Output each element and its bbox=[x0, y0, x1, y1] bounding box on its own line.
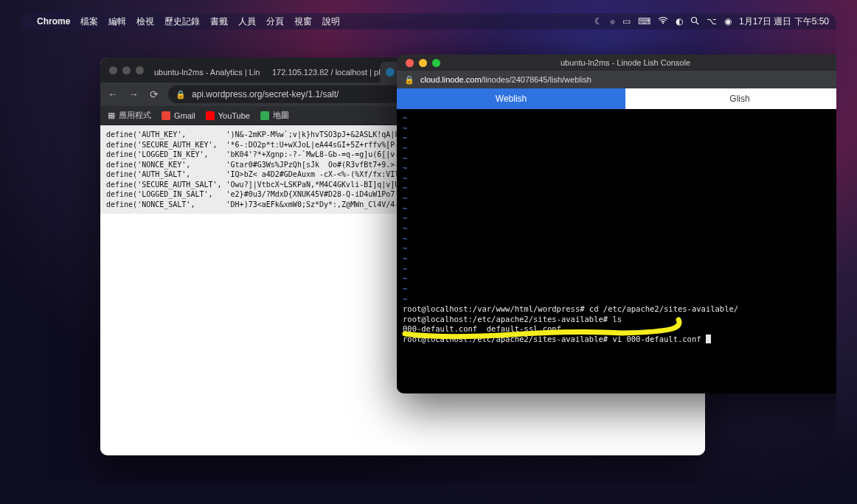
bookmark-gmail[interactable]: Gmail bbox=[162, 111, 195, 120]
favicon-icon bbox=[386, 68, 395, 77]
lock-icon: 🔒 bbox=[404, 75, 414, 85]
lish-window: ubuntu-ln2ms - Linode Lish Console 🔒 clo… bbox=[397, 55, 836, 393]
tab-label: ubuntu-ln2ms - Analytics | Lin bbox=[154, 68, 260, 77]
moon-icon[interactable]: ☾ bbox=[594, 16, 603, 27]
svg-point-1 bbox=[691, 17, 696, 22]
flag-icon[interactable]: ▭ bbox=[622, 16, 631, 27]
wifi-icon[interactable] bbox=[658, 16, 668, 27]
url-text: api.wordpress.org/secret-key/1.1/salt/ bbox=[192, 89, 339, 99]
minimize-icon[interactable] bbox=[419, 59, 427, 67]
user-icon[interactable]: ◐ bbox=[676, 16, 683, 27]
menu-edit[interactable]: 編輯 bbox=[108, 15, 126, 28]
maps-icon bbox=[260, 111, 269, 120]
control-center-icon[interactable]: ⌥ bbox=[707, 16, 717, 27]
reload-button[interactable]: ⟳ bbox=[148, 88, 161, 100]
apps-label: 應用程式 bbox=[119, 110, 151, 121]
macos-menubar: Chrome 檔案 編輯 檢視 歷史記錄 書籤 人員 分頁 視窗 說明 ☾ ⟐ … bbox=[21, 13, 836, 29]
tab-phpmyadmin[interactable]: 172.105.123.82 / localhost | ph × bbox=[262, 62, 380, 83]
svg-point-0 bbox=[662, 23, 664, 24]
terminal[interactable]: ~ ~ ~ ~ ~ ~ ~ ~ ~ ~ ~ ~ ~ ~ ~ ~ ~ ~ ~ ro… bbox=[397, 109, 836, 393]
svg-line-2 bbox=[696, 22, 698, 24]
tab-analytics[interactable]: ubuntu-ln2ms - Analytics | Lin × bbox=[144, 62, 262, 83]
lish-tabs: Weblish Glish bbox=[397, 88, 836, 109]
menu-window[interactable]: 視窗 bbox=[294, 15, 312, 28]
menubar-app-name[interactable]: Chrome bbox=[37, 16, 70, 27]
bookmark-maps[interactable]: 地圖 bbox=[260, 110, 289, 121]
menu-people[interactable]: 人員 bbox=[238, 15, 256, 28]
tab-glish[interactable]: Glish bbox=[625, 88, 836, 109]
dropbox-icon[interactable]: ⟐ bbox=[610, 16, 615, 27]
bookmark-label: YouTube bbox=[218, 111, 250, 120]
tab-label: Weblish bbox=[496, 94, 527, 104]
back-button[interactable]: ← bbox=[106, 88, 119, 100]
menu-history[interactable]: 歷史記錄 bbox=[164, 15, 200, 28]
menu-bookmarks[interactable]: 書籤 bbox=[210, 15, 228, 28]
apps-button[interactable]: ▦ 應用程式 bbox=[108, 110, 151, 121]
lish-url-text[interactable]: cloud.linode.com/linodes/24078645/lish/w… bbox=[420, 75, 591, 84]
tab-label: 172.105.123.82 / localhost | ph bbox=[272, 68, 380, 77]
window-controls bbox=[100, 57, 144, 83]
menu-help[interactable]: 說明 bbox=[322, 15, 340, 28]
menu-view[interactable]: 檢視 bbox=[136, 15, 154, 28]
bookmark-label: 地圖 bbox=[273, 110, 289, 121]
youtube-icon bbox=[206, 111, 215, 120]
close-icon[interactable] bbox=[109, 66, 117, 74]
lish-titlebar: ubuntu-ln2ms - Linode Lish Console bbox=[397, 55, 836, 71]
window-title: ubuntu-ln2ms - Linode Lish Console bbox=[397, 58, 836, 67]
forward-button[interactable]: → bbox=[127, 88, 140, 100]
apps-grid-icon: ▦ bbox=[108, 111, 115, 120]
url-host: cloud.linode.com bbox=[420, 75, 482, 84]
keyboard-icon[interactable]: ⌨ bbox=[638, 16, 650, 27]
lock-icon: 🔒 bbox=[176, 90, 186, 99]
menu-file[interactable]: 檔案 bbox=[80, 15, 98, 28]
menubar-clock[interactable]: 1月17日 週日 下午5:50 bbox=[739, 15, 829, 28]
close-icon[interactable] bbox=[406, 59, 414, 67]
annotation-highlight bbox=[401, 323, 696, 348]
minimize-icon[interactable] bbox=[122, 66, 131, 74]
url-path: /linodes/24078645/lish/weblish bbox=[482, 75, 591, 84]
tab-weblish[interactable]: Weblish bbox=[397, 88, 625, 109]
bookmark-youtube[interactable]: YouTube bbox=[206, 111, 250, 120]
screen-frame: Chrome 檔案 編輯 檢視 歷史記錄 書籤 人員 分頁 視窗 說明 ☾ ⟐ … bbox=[21, 13, 836, 483]
bookmark-label: Gmail bbox=[174, 111, 195, 120]
zoom-icon[interactable] bbox=[432, 59, 440, 67]
lish-urlbar: 🔒 cloud.linode.com/linodes/24078645/lish… bbox=[397, 71, 836, 88]
zoom-icon[interactable] bbox=[136, 66, 144, 74]
gmail-icon bbox=[162, 111, 170, 120]
tab-label: Glish bbox=[729, 94, 749, 104]
menu-tab[interactable]: 分頁 bbox=[266, 15, 284, 28]
spotlight-icon[interactable] bbox=[690, 16, 699, 27]
siri-icon[interactable]: ◉ bbox=[724, 16, 732, 27]
